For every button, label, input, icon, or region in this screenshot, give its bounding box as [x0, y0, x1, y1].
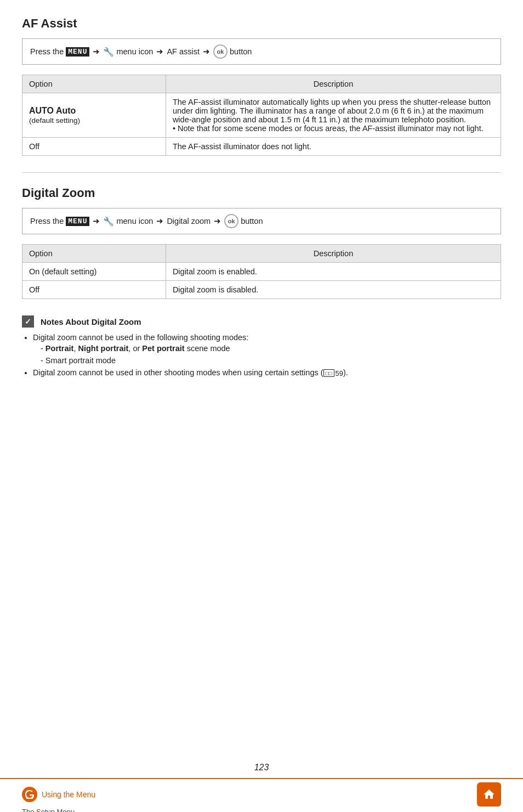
af-assist-title: AF Assist — [22, 16, 501, 31]
arrow-1: ➜ — [93, 47, 100, 57]
page-content: AF Assist Press the MENU ➜ 🔧 menu icon ➜… — [0, 0, 523, 443]
footer: 123 Using the Menu The Setup Menu — [0, 763, 523, 812]
arrow-5: ➜ — [156, 216, 163, 226]
list-item: Digital zoom cannot be used in the follo… — [33, 333, 501, 365]
nav-suffix-2: button — [241, 217, 263, 225]
af-option-auto: AUTO Auto (default setting) — [22, 93, 166, 138]
menu-label-2: MENU — [66, 217, 89, 226]
af-table-header-desc: Description — [166, 75, 501, 93]
dz-option-on: On (default setting) — [22, 263, 166, 281]
default-setting: (default setting) — [29, 116, 80, 125]
auto-label: AUTO Auto — [29, 106, 76, 115]
table-row: Off The AF-assist illuminator does not l… — [22, 138, 501, 156]
footer-nav: Using the Menu — [0, 778, 523, 807]
digital-zoom-nav-box: Press the MENU ➜ 🔧 menu icon ➜ Digital z… — [22, 208, 501, 234]
nav-middle-1: menu icon — [116, 47, 153, 56]
footer-left: Using the Menu — [22, 787, 95, 802]
footer-subtitle: The Setup Menu — [0, 808, 523, 812]
dz-option-off: Off — [22, 281, 166, 299]
notes-body: Digital zoom cannot be used in the follo… — [22, 333, 501, 377]
nav-suffix-1: button — [230, 47, 252, 56]
table-row: On (default setting) Digital zoom is ena… — [22, 263, 501, 281]
footer-nav-label[interactable]: Using the Menu — [42, 790, 95, 799]
menu-label-1: MENU — [66, 47, 89, 57]
arrow-3: ➜ — [203, 47, 210, 57]
notes-title: Notes About Digital Zoom — [41, 317, 141, 326]
page-number: 123 — [0, 763, 523, 772]
list-item: Smart portrait mode — [41, 356, 501, 365]
table-row: Off Digital zoom is disabled. — [22, 281, 501, 299]
af-desc-auto: The AF-assist illuminator automatically … — [166, 93, 501, 138]
nav-item-1: AF assist — [167, 47, 200, 56]
nav-prefix-2: Press the — [30, 217, 64, 225]
nav-prefix-1: Press the — [30, 47, 64, 56]
arrow-2: ➜ — [156, 47, 163, 57]
af-table-header-option: Option — [22, 75, 166, 93]
notes-section: Notes About Digital Zoom Digital zoom ca… — [22, 315, 501, 377]
af-desc-off: The AF-assist illuminator does not light… — [166, 138, 501, 156]
ok-button-2: ok — [224, 214, 238, 228]
home-icon — [482, 788, 496, 801]
notes-header: Notes About Digital Zoom — [22, 315, 501, 328]
list-item: Portrait, Night portrait, or Pet portrai… — [41, 344, 501, 353]
arrow-4: ➜ — [93, 216, 100, 226]
list-item: Digital zoom cannot be used in other sho… — [33, 368, 501, 377]
af-assist-nav-box: Press the MENU ➜ 🔧 menu icon ➜ AF assist… — [22, 38, 501, 65]
dz-desc-on: Digital zoom is enabled. — [166, 263, 501, 281]
footer-brand-icon — [22, 787, 37, 802]
wrench-icon-2: 🔧 — [103, 216, 114, 227]
home-button[interactable] — [477, 782, 501, 807]
table-row: AUTO Auto (default setting) The AF-assis… — [22, 93, 501, 138]
digital-zoom-title: Digital Zoom — [22, 186, 501, 200]
page-ref-icon: □□ — [323, 369, 334, 377]
nav-middle-2: menu icon — [116, 217, 153, 225]
af-option-off: Off — [22, 138, 166, 156]
af-assist-table: Option Description AUTO Auto (default se… — [22, 75, 501, 156]
dz-desc-off: Digital zoom is disabled. — [166, 281, 501, 299]
nav-item-2: Digital zoom — [167, 217, 211, 225]
wrench-icon-1: 🔧 — [103, 47, 114, 57]
dz-table-header-desc: Description — [166, 245, 501, 263]
section-divider — [22, 172, 501, 173]
checkmark-icon — [22, 315, 34, 328]
page-reference[interactable]: □□59 — [323, 369, 343, 377]
arrow-6: ➜ — [214, 216, 221, 226]
ok-button-1: ok — [213, 44, 228, 59]
g-icon — [25, 790, 34, 799]
digital-zoom-table: Option Description On (default setting) … — [22, 244, 501, 299]
dz-table-header-option: Option — [22, 245, 166, 263]
